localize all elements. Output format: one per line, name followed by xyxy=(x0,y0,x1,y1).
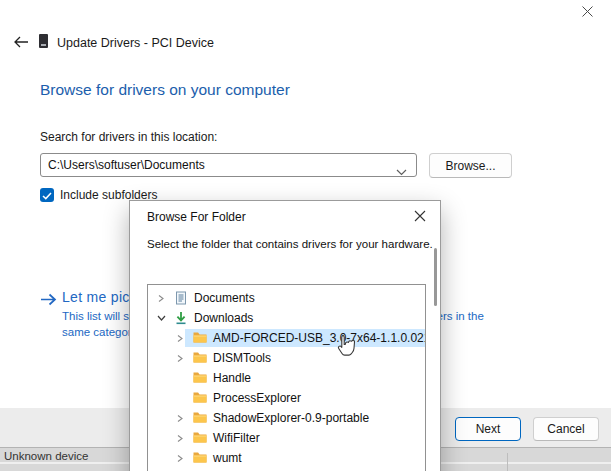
driver-location-combobox[interactable] xyxy=(40,153,417,177)
folder-icon xyxy=(193,431,207,445)
driver-location-input[interactable] xyxy=(48,154,398,176)
folder-icon xyxy=(193,391,207,405)
cancel-button[interactable]: Cancel xyxy=(533,417,599,441)
screen: Update Drivers - PCI Device Browse for d… xyxy=(0,0,611,471)
arrow-right-icon xyxy=(40,292,57,310)
documents-icon xyxy=(174,291,188,305)
search-location-label: Search for drivers in this location: xyxy=(40,130,217,144)
tree-expander-chevron-icon[interactable] xyxy=(175,454,185,463)
folder-tree: Documents Downloads xyxy=(147,284,426,471)
hand-cursor xyxy=(335,333,357,361)
next-button[interactable]: Next xyxy=(455,417,521,441)
tree-item[interactable]: AMD-FORCED-USB_3.0-7x64-1.1.0.0210_ xyxy=(148,328,425,348)
tree-item[interactable]: ProcessExplorer xyxy=(148,388,425,408)
tree-item-label: ShadowExplorer-0.9-portable xyxy=(213,411,369,425)
folder-icon xyxy=(193,411,207,425)
tree-expander-chevron-icon[interactable] xyxy=(175,334,185,343)
downloads-icon xyxy=(174,311,188,325)
statusbar-text: Unknown device xyxy=(4,450,88,462)
tree-item-label: ProcessExplorer xyxy=(213,391,301,405)
browse-for-folder-dialog: Browse For Folder Select the folder that… xyxy=(129,200,441,471)
chevron-down-icon[interactable] xyxy=(396,162,407,180)
tree-item-label: WifiFilter xyxy=(213,431,260,445)
tree-expander-chevron-icon[interactable] xyxy=(175,354,185,363)
folder-icon xyxy=(193,451,207,465)
dialog-title: Browse For Folder xyxy=(147,210,246,224)
tree-item[interactable]: DISMTools xyxy=(148,348,425,368)
tree-item-label: wumt xyxy=(213,451,242,465)
window-close-button[interactable] xyxy=(577,4,597,22)
browse-button[interactable]: Browse... xyxy=(429,153,512,178)
tree-expander-chevron-icon[interactable] xyxy=(156,294,166,303)
tree-item-label: Downloads xyxy=(194,311,253,325)
tree-expander-chevron-icon[interactable] xyxy=(175,434,185,443)
tree-item-label: Handle xyxy=(213,371,251,385)
tree-item[interactable]: Downloads xyxy=(148,308,425,328)
checkmark-icon xyxy=(42,186,52,204)
folder-icon xyxy=(193,331,207,345)
close-icon xyxy=(414,208,426,226)
tree-item[interactable]: Handle xyxy=(148,368,425,388)
tree-scrollbar-thumb[interactable] xyxy=(434,248,437,306)
page-title: Browse for drivers on your computer xyxy=(40,81,290,99)
tree-item[interactable]: Documents xyxy=(148,288,425,308)
folder-icon xyxy=(193,371,207,385)
tree-item-label: DISMTools xyxy=(213,351,271,365)
tree-item[interactable]: ShadowExplorer-0.9-portable xyxy=(148,408,425,428)
back-button[interactable] xyxy=(12,33,30,51)
arrow-left-icon xyxy=(12,37,30,54)
tree-item[interactable]: wumt xyxy=(148,448,425,468)
driver-device-icon xyxy=(39,34,48,48)
dialog-close-button[interactable] xyxy=(411,208,429,226)
tree-expander-chevron-icon[interactable] xyxy=(175,414,185,423)
tree-expander-chevron-icon[interactable] xyxy=(156,314,166,322)
wizard-title: Update Drivers - PCI Device xyxy=(57,36,214,50)
tree-item-label: Documents xyxy=(194,291,255,305)
include-subfolders-checkbox[interactable] xyxy=(40,188,54,202)
folder-icon xyxy=(193,351,207,365)
tree-item-label: AMD-FORCED-USB_3.0-7x64-1.1.0.0210_ xyxy=(213,331,425,345)
statusbar-separator xyxy=(507,453,508,471)
dialog-instruction: Select the folder that contains drivers … xyxy=(147,238,433,250)
close-icon xyxy=(581,4,594,22)
tree-item[interactable]: WifiFilter xyxy=(148,428,425,448)
